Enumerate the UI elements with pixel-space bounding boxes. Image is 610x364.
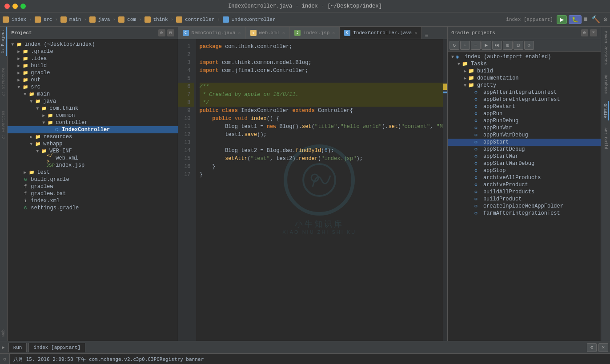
maximize-button[interactable] (20, 4, 26, 9)
gradle-farmAfterIntegrationTest[interactable]: ⚙farmAfterIntegrationTest (448, 210, 601, 217)
gradle-appRunWarDebug[interactable]: ⚙appRunWarDebug (448, 132, 601, 139)
tree-item-gradlew[interactable]: f gradlew (8, 183, 177, 190)
gradle-buildAllProducts[interactable]: ⚙buildAllProducts (448, 188, 601, 196)
tree-item-java[interactable]: ▼ 📁 java (8, 98, 177, 105)
gradle-buildProduct[interactable]: ⚙buildProduct (448, 196, 601, 203)
gradle-skip-btn[interactable]: ⏭ (492, 41, 502, 50)
gradle-add-btn[interactable]: + (460, 41, 470, 50)
tree-item-webinf[interactable]: ▼ 📁 WEB-INF (8, 148, 177, 155)
gradle-appRun[interactable]: ⚙appRun (448, 110, 601, 117)
rsidebar-gradle[interactable]: Gradle (602, 101, 609, 120)
tree-item-idea[interactable]: ▶ 📁 .idea (8, 55, 177, 62)
tree-arrow-webinf[interactable]: ▼ (34, 149, 40, 154)
gradle-appRestart[interactable]: ⚙appRestart (448, 103, 601, 110)
debug-button[interactable]: 🐛 (569, 15, 582, 24)
gradle-appRunDebug[interactable]: ⚙appRunDebug (448, 117, 601, 124)
gradle-createInplaceWebAppFolder[interactable]: ⚙createInplaceWebAppFolder (448, 203, 601, 210)
gradle-collapse-btn[interactable]: ⊟ (514, 41, 523, 50)
tree-item-common[interactable]: ▶ 📁 common (8, 112, 177, 119)
project-settings-icon[interactable]: ⚙ (158, 29, 165, 36)
tab-close-webxml[interactable]: ✕ (282, 30, 285, 36)
gradle-appStop[interactable]: ⚙appStop (448, 167, 601, 174)
gradle-documentation[interactable]: ▶ 📁 documentation (448, 75, 601, 82)
tab-webxml[interactable]: ≺ web.xml ✕ (246, 27, 290, 39)
breadcrumb-com[interactable]: com (127, 17, 136, 22)
tree-arrow-java[interactable]: ▼ (28, 99, 34, 104)
tree-item-resources[interactable]: ▶ 📁 resources (8, 133, 177, 140)
rsidebar-maven[interactable]: Maven Projects (602, 28, 609, 68)
gradle-arrow-root[interactable]: ▼ (449, 55, 456, 60)
bottom-tab-run[interactable]: Run (8, 343, 27, 352)
tree-arrow-src[interactable]: ▼ (16, 85, 22, 90)
breadcrumb-main[interactable]: main (69, 17, 81, 22)
tree-item-index-jsp[interactable]: JSP index.jsp (8, 162, 177, 169)
tree-item-com-think[interactable]: ▼ 📁 com.think (8, 105, 177, 112)
minimize-button[interactable] (12, 4, 18, 9)
tree-item-out[interactable]: ▶ 📁 out (8, 76, 177, 84)
sidebar-tab-project[interactable]: 1: Project (0, 27, 7, 56)
tree-item-main[interactable]: ▼ 📁 main (8, 91, 177, 98)
gradle-archiveProduct[interactable]: ⚙archiveProduct (448, 181, 601, 188)
breadcrumb-controller[interactable]: controller (185, 17, 214, 22)
tab-overflow-btn[interactable]: ≡ (423, 32, 429, 39)
tree-arrow-main[interactable]: ▼ (22, 92, 28, 97)
bottom-close-btn[interactable]: × (598, 343, 608, 352)
gradle-settings-icon[interactable]: ⚙ (581, 29, 588, 36)
restart-btn[interactable]: ↻ (3, 356, 6, 362)
rsidebar-ant[interactable]: Ant Build (602, 125, 609, 152)
gradle-close-icon[interactable]: × (590, 29, 597, 36)
bottom-tab-appstart[interactable]: index [appStart] (28, 343, 85, 352)
sidebar-tab-web[interactable]: Web (0, 327, 7, 339)
tree-root[interactable]: ▼ 📁 index (~Desktop/index) (8, 41, 177, 48)
tree-item-index-controller[interactable]: C IndexController (8, 126, 177, 133)
tree-item-build-gradle[interactable]: G build.gradle (8, 176, 177, 183)
project-gear-icon[interactable]: ⊟ (167, 29, 174, 36)
tab-close-indexcontroller[interactable]: ✕ (414, 30, 417, 36)
tree-arrow-gradle-cfg[interactable]: ▶ (16, 49, 22, 54)
gradle-tasks[interactable]: ▼ 📁 Tasks (448, 60, 601, 68)
tree-item-gradle-cfg[interactable]: ▶ 📁 .gradle (8, 48, 177, 55)
run-button[interactable]: ▶ (557, 15, 567, 24)
gradle-refresh-btn[interactable]: ↻ (449, 41, 459, 50)
tree-arrow-idea[interactable]: ▶ (16, 56, 22, 61)
sidebar-tab-structure[interactable]: Z: Structure (0, 65, 7, 99)
tab-democonfg[interactable]: C DemoConfig.java ✕ (178, 27, 246, 39)
tree-item-web-xml[interactable]: ≺/≻ web.xml (8, 155, 177, 162)
tree-item-build-dir[interactable]: ▶ 📁 build (8, 62, 177, 69)
code-editor[interactable]: package com.think.controller; import com… (196, 39, 443, 341)
gradle-expand-btn[interactable]: ⊞ (503, 41, 513, 50)
breadcrumb-java[interactable]: java (98, 17, 110, 22)
gradle-appStartDebug[interactable]: ⚙appStartDebug (448, 146, 601, 153)
breadcrumb-think[interactable]: think (153, 17, 168, 22)
tree-item-webapp[interactable]: ▼ 📁 webapp (8, 140, 177, 148)
gradle-appStartWar[interactable]: ⚙appStartWar (448, 153, 601, 160)
tab-close-demo[interactable]: ✕ (238, 30, 241, 36)
close-button[interactable] (4, 4, 10, 9)
tab-indexcontroller[interactable]: C IndexController.java ✕ (340, 27, 422, 39)
tree-item-gradle-dir[interactable]: ▶ 📁 gradle (8, 69, 177, 76)
tab-indexjsp[interactable]: J index.jsp ✕ (290, 27, 340, 39)
gradle-appStart[interactable]: ⚙appStart (448, 139, 601, 146)
tree-arrow-resources[interactable]: ▶ (28, 134, 34, 140)
gradle-filter-btn[interactable]: ⊙ (524, 41, 534, 50)
tree-arrow-common[interactable]: ▶ (40, 113, 47, 118)
tree-arrow-build-dir[interactable]: ▶ (16, 63, 22, 68)
gradle-arrow-tasks[interactable]: ▼ (456, 62, 462, 67)
gradle-run-btn[interactable]: ▶ (482, 41, 491, 50)
bottom-log[interactable]: 八月 15, 2016 2:09:58 下午 com.mchange.v2.c3… (10, 354, 610, 364)
tree-item-src[interactable]: ▼ 📁 src (8, 84, 177, 91)
gradle-arrow-documentation[interactable]: ▶ (462, 76, 468, 81)
gradle-gretty[interactable]: ▼ 📁 gretty (448, 82, 601, 89)
gradle-arrow-build-group[interactable]: ▶ (462, 68, 468, 74)
gradle-appBeforeIntegrationTest[interactable]: ⚙appBeforeIntegrationTest (448, 96, 601, 103)
settings-button[interactable]: ⚙ (604, 16, 607, 23)
tree-arrow-out[interactable]: ▶ (16, 77, 22, 83)
gradle-appAfterIntegrationTest[interactable]: ⚙appAfterIntegrationTest (448, 89, 601, 96)
gradle-appStartWarDebug[interactable]: ⚙appStartWarDebug (448, 160, 601, 167)
tree-item-controller[interactable]: ▼ 📁 controller (8, 119, 177, 126)
rsidebar-database[interactable]: Database (602, 72, 609, 96)
tree-arrow-test[interactable]: ▶ (22, 170, 28, 175)
gradle-archiveAllProducts[interactable]: ⚙archiveAllProducts (448, 174, 601, 181)
bottom-settings-btn[interactable]: ⚙ (587, 343, 597, 352)
tree-arrow-gradle-dir[interactable]: ▶ (16, 70, 22, 76)
